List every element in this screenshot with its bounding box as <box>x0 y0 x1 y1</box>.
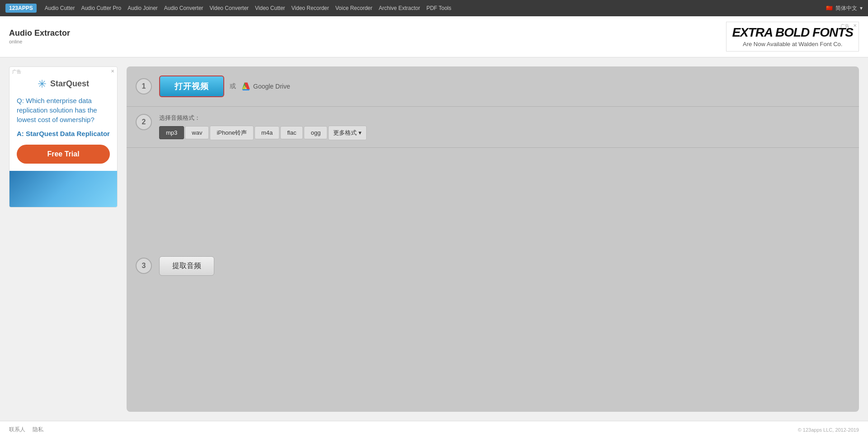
sidebar-ad-content: ✳ StarQuest Q: Which enterprise data rep… <box>9 67 117 171</box>
tool-panel: 1 打开视频 或 Google Drive 2 选择音频格式： <box>127 66 859 412</box>
brand-logo[interactable]: 123APPS <box>5 4 37 13</box>
nav-link[interactable]: Archive Extractor <box>379 5 420 11</box>
ad-label: 广告 <box>840 23 849 29</box>
footer: 联系人隐私 © 123apps LLC, 2012-2019 <box>0 421 868 438</box>
or-separator: 或 <box>230 82 236 90</box>
format-button-m4a[interactable]: m4a <box>255 126 279 139</box>
step1-content: 打开视频 或 Google Drive <box>159 75 290 97</box>
google-drive-icon <box>241 82 250 90</box>
main-content: 广告 ✕ ✳ StarQuest Q: Which enterprise dat… <box>0 57 868 421</box>
chevron-down-icon: ▾ <box>359 129 362 136</box>
format-button-iPhone铃声[interactable]: iPhone铃声 <box>210 126 253 140</box>
format-buttons: mp3waviPhone铃声m4aflacogg更多格式▾ <box>159 126 367 140</box>
nav-link[interactable]: Audio Cutter <box>45 5 75 11</box>
app-subtitle: online <box>9 39 70 44</box>
chevron-down-icon: ▾ <box>860 5 863 11</box>
ad-answer: A: StarQuest Data Replicator <box>17 130 110 137</box>
nav-link[interactable]: Video Recorder <box>292 5 329 11</box>
ad-question: Q: Which enterprise data replication sol… <box>17 96 110 124</box>
nav-link[interactable]: Audio Joiner <box>127 5 158 11</box>
flag-icon: 🇨🇳 <box>826 5 833 11</box>
free-trial-button[interactable]: Free Trial <box>17 145 110 164</box>
nav-link[interactable]: PDF Tools <box>426 5 451 11</box>
ad-title: EXTRA BOLD FONTS <box>732 26 853 40</box>
more-formats-button[interactable]: 更多格式▾ <box>328 126 367 140</box>
tool-middle-area <box>127 148 859 247</box>
starquest-name: StarQuest <box>50 79 89 89</box>
nav-link[interactable]: Video Cutter <box>255 5 285 11</box>
close-icon[interactable]: ✕ <box>853 23 857 28</box>
language-selector[interactable]: 🇨🇳 简体中文 ▾ <box>826 5 863 12</box>
footer-links: 联系人隐私 <box>9 426 43 433</box>
top-ad-banner: 广告 ✕ EXTRA BOLD FONTS Are Now Available … <box>726 22 859 52</box>
app-info: Audio Extractor online <box>9 28 70 44</box>
nav-link[interactable]: Audio Converter <box>164 5 203 11</box>
nav-link[interactable]: Audio Cutter Pro <box>81 5 121 11</box>
format-section: 选择音频格式： mp3waviPhone铃声m4aflacogg更多格式▾ <box>159 114 367 140</box>
format-button-wav[interactable]: wav <box>185 126 209 139</box>
step3-circle: 3 <box>136 258 152 274</box>
step2-section: 2 选择音频格式： mp3waviPhone铃声m4aflacogg更多格式▾ <box>127 107 859 148</box>
copyright: © 123apps LLC, 2012-2019 <box>798 427 859 433</box>
sidebar-ad-label: 广告 <box>12 69 21 75</box>
more-formats-label: 更多格式 <box>333 129 357 137</box>
header: Audio Extractor online 广告 ✕ EXTRA BOLD F… <box>0 16 868 57</box>
starquest-logo: ✳ StarQuest <box>17 78 110 90</box>
format-label: 选择音频格式： <box>159 114 367 122</box>
format-button-ogg[interactable]: ogg <box>304 126 327 139</box>
nav-link[interactable]: Voice Recorder <box>335 5 373 11</box>
sidebar-close-icon[interactable]: ✕ <box>111 69 114 74</box>
ad-sidebar: 广告 ✕ ✳ StarQuest Q: Which enterprise dat… <box>9 66 118 412</box>
step1-circle: 1 <box>136 78 152 94</box>
footer-link[interactable]: 联系人 <box>9 426 25 433</box>
step1-section: 1 打开视频 或 Google Drive <box>127 66 859 107</box>
step3-section: 3 提取音频 <box>127 247 859 285</box>
google-drive-label: Google Drive <box>253 83 290 90</box>
language-label: 简体中文 <box>835 5 857 12</box>
extract-audio-button[interactable]: 提取音频 <box>159 256 214 276</box>
format-button-mp3[interactable]: mp3 <box>159 126 184 139</box>
google-drive-link[interactable]: Google Drive <box>241 82 290 90</box>
footer-link[interactable]: 隐私 <box>33 426 43 433</box>
nav-link[interactable]: Video Converter <box>210 5 249 11</box>
app-title: Audio Extractor <box>9 28 70 38</box>
ad-subtitle: Are Now Available at Walden Font Co. <box>732 41 853 47</box>
format-button-flac[interactable]: flac <box>280 126 303 139</box>
open-video-button[interactable]: 打开视频 <box>159 75 224 97</box>
step2-circle: 2 <box>136 114 152 130</box>
ad-sidebar-inner: 广告 ✕ ✳ StarQuest Q: Which enterprise dat… <box>9 66 118 207</box>
top-navigation: 123APPS Audio CutterAudio Cutter ProAudi… <box>0 0 868 16</box>
ad-image <box>9 171 117 207</box>
starquest-icon: ✳ <box>38 78 47 90</box>
